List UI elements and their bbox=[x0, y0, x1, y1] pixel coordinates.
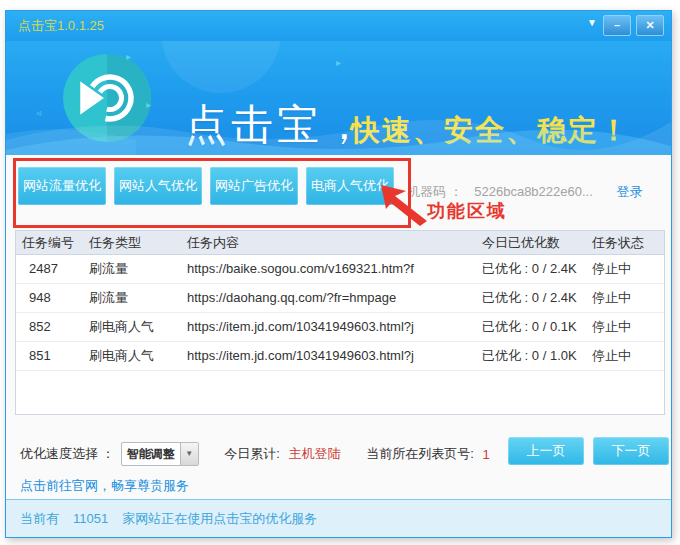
column-header: 今日已优化数 bbox=[474, 231, 586, 254]
feature-button-site-traffic[interactable]: 网站流量优化 bbox=[18, 167, 106, 205]
task-table: 任务编号 任务类型 任务内容 今日已优化数 任务状态 2487 刷流量 http… bbox=[15, 230, 665, 415]
status-text-suffix: 家网站正在使用点击宝的优化服务 bbox=[122, 511, 317, 526]
bottom-controls: 优化速度选择 ：智能调整▼ 今日累计: 主机登陆 当前所在列表页号: 1 bbox=[20, 442, 490, 468]
task-status: 停止中 bbox=[586, 255, 664, 283]
today-total-label: 今日累计: bbox=[224, 446, 280, 461]
page-number-label: 当前所在列表页号: bbox=[366, 446, 474, 461]
table-row[interactable]: 948 刷流量 https://daohang.qq.com/?fr=hmpag… bbox=[16, 284, 664, 313]
today-total-value: 主机登陆 bbox=[289, 446, 341, 461]
task-url: https://daohang.qq.com/?fr=hmpage bbox=[179, 284, 474, 312]
task-id: 2487 bbox=[16, 255, 89, 283]
status-count: 11051 bbox=[73, 511, 108, 526]
wave-decoration bbox=[6, 100, 671, 155]
task-status: 停止中 bbox=[586, 313, 664, 341]
task-type: 刷流量 bbox=[89, 255, 179, 283]
column-header: 任务状态 bbox=[586, 231, 664, 254]
circle-decoration bbox=[161, 41, 281, 93]
status-text-prefix: 当前有 bbox=[20, 511, 59, 526]
feature-button-site-ads[interactable]: 网站广告优化 bbox=[210, 167, 298, 205]
titlebar-menu-icon[interactable]: ▼ bbox=[584, 17, 600, 28]
close-button[interactable]: ✕ bbox=[636, 15, 664, 36]
screenshot-canvas: 点击宝1.0.1.25 ▼ – ✕ 点击宝， 快速、安全、稳定！ ◃ ▸ ▸ ▸ bbox=[0, 0, 680, 545]
titlebar[interactable]: 点击宝1.0.1.25 ▼ – ✕ bbox=[6, 11, 671, 41]
window-title: 点击宝1.0.1.25 bbox=[18, 11, 104, 41]
minimize-button[interactable]: – bbox=[603, 15, 631, 36]
task-url: https://baike.sogou.com/v169321.htm?f bbox=[179, 255, 474, 283]
page-number-value: 1 bbox=[482, 447, 489, 462]
task-type: 刷流量 bbox=[89, 284, 179, 312]
table-row[interactable]: 852 刷电商人气 https://item.jd.com/1034194960… bbox=[16, 313, 664, 342]
task-progress: 已优化 : 0 / 0.1K bbox=[474, 313, 586, 341]
next-page-button[interactable]: 下一页 bbox=[593, 437, 669, 465]
triangle-decoration: ▸ bbox=[126, 51, 131, 62]
machine-code-value: 5226bca8b222e60... bbox=[474, 184, 593, 199]
task-progress: 已优化 : 0 / 1.0K bbox=[474, 342, 586, 370]
task-status: 停止中 bbox=[586, 284, 664, 312]
banner: 点击宝， 快速、安全、稳定！ ◃ ▸ ▸ ▸ bbox=[6, 41, 671, 155]
task-url: https://item.jd.com/10341949603.html?j bbox=[179, 342, 474, 370]
column-header: 任务编号 bbox=[16, 231, 89, 254]
official-site-link[interactable]: 点击前往官网，畅享尊贵服务 bbox=[20, 477, 189, 495]
task-id: 852 bbox=[16, 313, 89, 341]
task-id: 948 bbox=[16, 284, 89, 312]
task-progress: 已优化 : 0 / 2.4K bbox=[474, 284, 586, 312]
minimize-icon: – bbox=[614, 19, 620, 31]
login-link[interactable]: 登录 bbox=[616, 184, 642, 199]
table-header-row: 任务编号 任务类型 任务内容 今日已优化数 任务状态 bbox=[16, 231, 664, 255]
annotation-label: 功能区域 bbox=[427, 199, 507, 223]
combo-arrow-icon: ▼ bbox=[180, 443, 198, 465]
speed-select-value: 智能调整 bbox=[122, 443, 180, 465]
task-type: 刷电商人气 bbox=[89, 342, 179, 370]
column-header: 任务内容 bbox=[179, 231, 474, 254]
feature-buttons: 网站流量优化 网站人气优化 网站广告优化 电商人气优化 bbox=[18, 167, 394, 205]
task-url: https://item.jd.com/10341949603.html?j bbox=[179, 313, 474, 341]
annotation-arrow-icon bbox=[378, 183, 430, 227]
column-header: 任务类型 bbox=[89, 231, 179, 254]
table-row[interactable]: 851 刷电商人气 https://item.jd.com/1034194960… bbox=[16, 342, 664, 371]
app-window: 点击宝1.0.1.25 ▼ – ✕ 点击宝， 快速、安全、稳定！ ◃ ▸ ▸ ▸ bbox=[5, 10, 672, 538]
triangle-decoration: ▸ bbox=[336, 57, 341, 68]
speed-select-dropdown[interactable]: 智能调整▼ bbox=[121, 442, 199, 466]
feature-button-site-popularity[interactable]: 网站人气优化 bbox=[114, 167, 202, 205]
task-progress: 已优化 : 0 / 2.4K bbox=[474, 255, 586, 283]
close-icon: ✕ bbox=[645, 19, 654, 31]
task-status: 停止中 bbox=[586, 342, 664, 370]
task-id: 851 bbox=[16, 342, 89, 370]
table-row[interactable]: 2487 刷流量 https://baike.sogou.com/v169321… bbox=[16, 255, 664, 284]
prev-page-button[interactable]: 上一页 bbox=[508, 437, 584, 465]
speed-select-label: 优化速度选择 ： bbox=[20, 446, 115, 461]
task-type: 刷电商人气 bbox=[89, 313, 179, 341]
status-bar: 当前有11051家网站正在使用点击宝的优化服务 bbox=[6, 499, 671, 537]
